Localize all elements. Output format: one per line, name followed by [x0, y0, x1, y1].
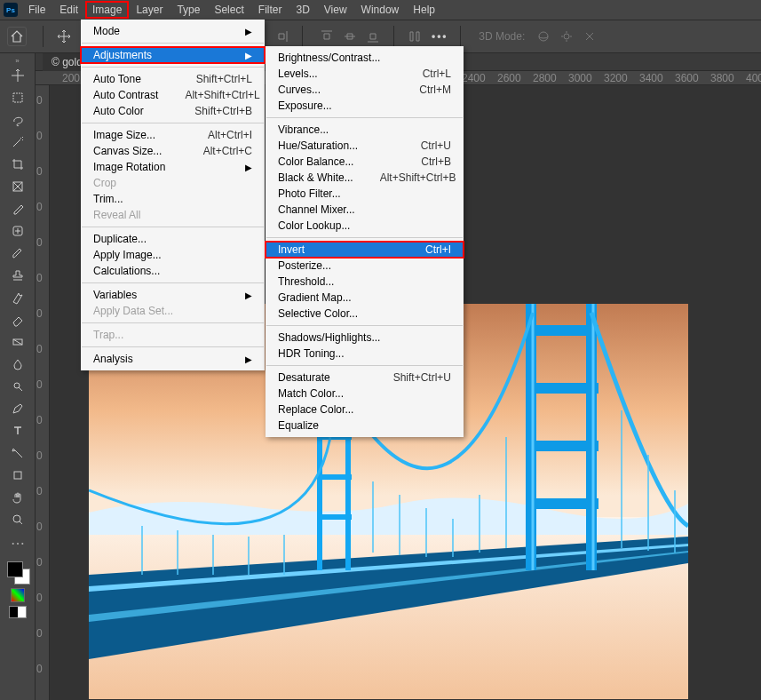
menu-file[interactable]: File	[21, 1, 52, 19]
image-menu-trim[interactable]: Trim...	[81, 191, 265, 207]
slide-3d-button[interactable]	[580, 27, 599, 46]
more-options-button[interactable]: •••	[430, 27, 449, 46]
adjust-menu-vibrance[interactable]: Vibrance...	[266, 122, 464, 138]
menu-view[interactable]: View	[317, 1, 354, 19]
menuitem-label: Crop	[93, 177, 116, 189]
adjust-menu-color-lookup[interactable]: Color Lookup...	[266, 218, 464, 234]
color-picker-mini[interactable]	[11, 588, 25, 602]
align-bottom-button[interactable]	[363, 27, 383, 46]
tool-hand[interactable]	[5, 487, 30, 508]
adjust-menu-exposure[interactable]: Exposure...	[266, 98, 464, 114]
ruler-tick: 0	[36, 378, 43, 391]
color-swatches[interactable]	[5, 560, 30, 585]
menuitem-label: Color Lookup...	[278, 219, 350, 232]
image-menu-auto-color[interactable]: Auto ColorShift+Ctrl+B	[81, 103, 265, 119]
image-menu-apply-image[interactable]: Apply Image...	[81, 247, 265, 263]
adjust-menu-hue-saturation[interactable]: Hue/Saturation...Ctrl+U	[266, 138, 464, 154]
tool-move[interactable]	[5, 65, 30, 86]
image-menu-image-size[interactable]: Image Size...Alt+Ctrl+I	[81, 127, 265, 143]
tool-crop[interactable]	[5, 154, 30, 175]
tool-type[interactable]	[5, 420, 30, 441]
tool-gradient[interactable]	[5, 331, 30, 353]
adjust-menu-channel-mixer[interactable]: Channel Mixer...	[266, 202, 464, 218]
image-menu-variables[interactable]: Variables▶	[81, 287, 265, 303]
foreground-swatch[interactable]	[7, 561, 23, 577]
tool-pen[interactable]	[5, 398, 30, 419]
image-menu-duplicate[interactable]: Duplicate...	[81, 231, 265, 247]
menu-image[interactable]: Image	[85, 1, 129, 19]
tool-blur[interactable]	[5, 354, 30, 375]
adjust-menu-photo-filter[interactable]: Photo Filter...	[266, 186, 464, 202]
menu-layer[interactable]: Layer	[129, 1, 170, 19]
menu-filter[interactable]: Filter	[251, 1, 289, 19]
tool-brush[interactable]	[5, 243, 30, 264]
tool-eyedropper[interactable]	[5, 198, 30, 219]
tool-stamp[interactable]	[5, 265, 30, 286]
tool-wand[interactable]	[5, 131, 30, 153]
adjust-menu-shadows-highlights[interactable]: Shadows/Highlights...	[266, 330, 464, 346]
adjust-menu-gradient-map[interactable]: Gradient Map...	[266, 290, 464, 306]
menu-edit[interactable]: Edit	[52, 1, 85, 19]
tool-path[interactable]	[5, 442, 30, 464]
align-top-button[interactable]	[317, 27, 337, 46]
move-icon	[57, 29, 71, 44]
tool-frame[interactable]	[5, 176, 30, 197]
crop-icon	[11, 157, 25, 171]
adjust-menu-hdr-toning[interactable]: HDR Toning...	[266, 346, 464, 362]
tool-marquee[interactable]	[5, 87, 30, 108]
adjust-menu-brightness-contrast[interactable]: Brightness/Contrast...	[266, 50, 464, 66]
adjust-menu-match-color[interactable]: Match Color...	[266, 386, 464, 402]
image-menu-image-rotation[interactable]: Image Rotation▶	[81, 159, 265, 175]
tool-dodge[interactable]	[5, 376, 30, 397]
image-menu-mode[interactable]: Mode▶	[81, 23, 265, 39]
adjust-menu-equalize[interactable]: Equalize	[266, 418, 464, 434]
image-menu-canvas-size[interactable]: Canvas Size...Alt+Ctrl+C	[81, 143, 265, 159]
menu-type[interactable]: Type	[170, 1, 207, 19]
menu-select[interactable]: Select	[207, 1, 250, 19]
adjust-menu-desaturate[interactable]: DesaturateShift+Ctrl+U	[266, 370, 464, 386]
image-menu-reveal-all: Reveal All	[81, 207, 265, 223]
tool-shape[interactable]	[5, 465, 30, 486]
align-vcenter-button[interactable]	[340, 27, 360, 46]
home-button[interactable]	[7, 27, 27, 46]
tool-heal[interactable]	[5, 220, 30, 242]
menu-separator	[82, 43, 264, 44]
image-menu-auto-tone[interactable]: Auto ToneShift+Ctrl+L	[81, 71, 265, 87]
ruler-tick: 3400	[639, 71, 663, 84]
ruler-tick: 0	[36, 307, 43, 320]
image-menu-adjustments[interactable]: Adjustments▶	[81, 47, 265, 63]
menuitem-shortcut: Ctrl+M	[419, 84, 451, 96]
adjust-menu-posterize[interactable]: Posterize...	[266, 258, 464, 274]
menu-help[interactable]: Help	[406, 1, 442, 19]
menu-3d[interactable]: 3D	[289, 1, 316, 19]
pan-3d-button[interactable]	[557, 27, 576, 46]
menuitem-label: Channel Mixer...	[278, 203, 355, 216]
more-tools-button[interactable]: ⋯	[5, 532, 30, 553]
tool-history[interactable]	[5, 287, 30, 308]
menuitem-shortcut: Ctrl+U	[421, 139, 451, 152]
tool-lasso[interactable]	[5, 109, 30, 131]
image-menu-analysis[interactable]: Analysis▶	[81, 351, 265, 367]
svg-point-8	[13, 515, 20, 522]
adjust-menu-black-white[interactable]: Black & White...Alt+Shift+Ctrl+B	[266, 170, 464, 186]
menuitem-label: Exposure...	[278, 99, 332, 112]
quickmask-toggle[interactable]	[9, 606, 27, 618]
adjust-menu-invert[interactable]: InvertCtrl+I	[266, 242, 464, 258]
menuitem-label: Desaturate	[278, 371, 330, 384]
tool-eraser[interactable]	[5, 309, 30, 330]
adjust-menu-selective-color[interactable]: Selective Color...	[266, 306, 464, 322]
adjust-menu-curves[interactable]: Curves...Ctrl+M	[266, 82, 464, 98]
panel-collapse-handle[interactable]: »	[0, 57, 35, 64]
orbit-3d-button[interactable]	[534, 27, 553, 46]
adjust-menu-color-balance[interactable]: Color Balance...Ctrl+B	[266, 154, 464, 170]
image-menu-calculations[interactable]: Calculations...	[81, 263, 265, 279]
menuitem-shortcut: Ctrl+L	[423, 68, 451, 80]
adjust-menu-threshold[interactable]: Threshold...	[266, 274, 464, 290]
distribute-button[interactable]	[405, 27, 424, 46]
image-menu-auto-contrast[interactable]: Auto ContrastAlt+Shift+Ctrl+L	[81, 87, 265, 103]
adjust-menu-levels[interactable]: Levels...Ctrl+L	[266, 66, 464, 82]
align-right-button[interactable]	[272, 27, 291, 46]
tool-zoom[interactable]	[5, 509, 30, 530]
adjust-menu-replace-color[interactable]: Replace Color...	[266, 402, 464, 418]
menu-window[interactable]: Window	[354, 1, 407, 19]
